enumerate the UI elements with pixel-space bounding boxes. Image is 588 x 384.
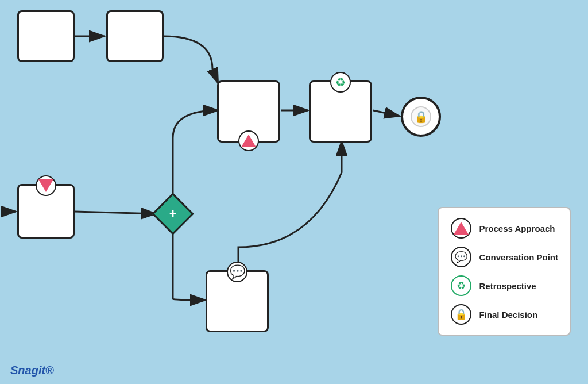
legend-recycle-icon: ♻ xyxy=(457,279,466,292)
legend-process-icon-container xyxy=(450,217,472,239)
flow-box-2[interactable] xyxy=(106,10,164,62)
triangle-up-icon xyxy=(241,135,256,147)
legend-conversation-label: Conversation Point xyxy=(479,252,558,262)
flow-box-6[interactable]: 💬 xyxy=(206,270,269,332)
legend-process-label: Process Approach xyxy=(479,224,555,233)
flow-box-5[interactable]: ♻ xyxy=(309,80,372,143)
svg-line-1 xyxy=(75,212,156,214)
svg-line-4 xyxy=(373,110,400,116)
triangle-up-badge xyxy=(238,130,259,151)
legend-item-final: 🔒 Final Decision xyxy=(450,304,558,325)
terminal-end: 🔒 xyxy=(401,97,441,137)
triangle-down-badge xyxy=(36,175,56,196)
legend-lock-icon: 🔒 xyxy=(455,308,467,321)
diagram-canvas: + ♻ 🔒 💬 Process Approach xyxy=(0,0,588,384)
recycle-icon: ♻ xyxy=(335,75,346,89)
flow-box-3[interactable] xyxy=(17,184,75,239)
gateway-diamond[interactable]: + xyxy=(152,193,194,235)
flow-box-1[interactable] xyxy=(17,10,75,62)
legend-retrospective-icon-container: ♻ xyxy=(450,275,472,297)
triangle-down-icon xyxy=(38,179,53,192)
legend-final-label: Final Decision xyxy=(479,310,537,320)
legend-triangle-icon xyxy=(454,222,469,235)
legend-final-icon-container: 🔒 xyxy=(450,304,472,325)
recycle-badge: ♻ xyxy=(330,72,351,93)
flow-box-4[interactable] xyxy=(217,80,280,143)
legend-item-conversation: 💬 Conversation Point xyxy=(450,246,558,268)
legend-item-retrospective: ♻ Retrospective xyxy=(450,275,558,297)
legend-speech-icon: 💬 xyxy=(455,251,467,263)
speech-badge: 💬 xyxy=(227,262,247,282)
legend-conversation-icon-container: 💬 xyxy=(450,246,472,268)
snagit-brand: Snagit® xyxy=(10,364,54,377)
lock-icon: 🔒 xyxy=(414,110,428,124)
gateway-plus-icon: + xyxy=(169,208,177,220)
legend-retrospective-label: Retrospective xyxy=(479,281,536,291)
legend-panel: Process Approach 💬 Conversation Point ♻ … xyxy=(438,207,571,336)
legend-item-process: Process Approach xyxy=(450,217,558,239)
speech-icon: 💬 xyxy=(230,264,245,279)
